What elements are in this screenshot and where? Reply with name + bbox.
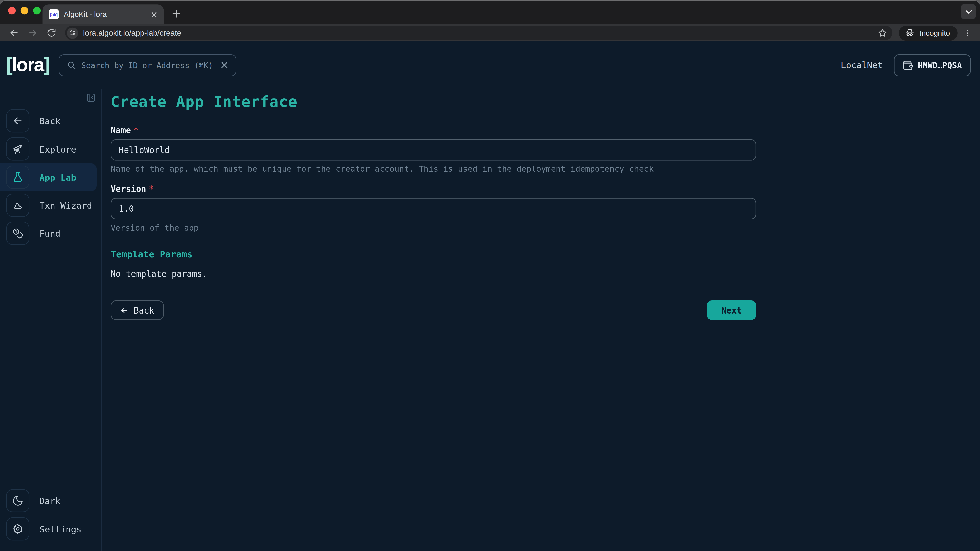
arrow-left-icon: [6, 110, 29, 133]
version-field: Version* Version of the app: [110, 184, 756, 232]
wizard-hat-icon: [6, 194, 29, 217]
sidebar-item-label: Txn Wizard: [39, 200, 92, 210]
incognito-label: Incognito: [920, 28, 950, 37]
flask-icon: [6, 165, 29, 189]
name-label: Name*: [110, 125, 756, 135]
sidebar-item-app-lab[interactable]: App Lab: [0, 163, 97, 191]
sidebar-item-label: App Lab: [39, 172, 76, 182]
search-icon: [67, 60, 76, 70]
name-input[interactable]: [110, 139, 756, 160]
wallet-button[interactable]: HMWD…PQSA: [894, 54, 970, 76]
sidebar-item-label: Explore: [39, 144, 76, 154]
wallet-icon: [902, 60, 913, 70]
fullscreen-window-button[interactable]: [33, 7, 41, 14]
moon-icon: [6, 489, 29, 513]
required-asterisk: *: [149, 184, 154, 194]
template-params-heading: Template Params: [110, 249, 756, 259]
gear-icon: [6, 517, 29, 540]
next-button-label: Next: [721, 305, 742, 315]
coins-icon: [6, 222, 29, 245]
sidebar-bottom: Dark Settings: [0, 487, 101, 551]
sidebar-item-label: Back: [39, 116, 60, 126]
global-search[interactable]: [59, 54, 236, 76]
sidebar-item-explore[interactable]: Explore: [0, 135, 101, 163]
sidebar-item-txn-wizard[interactable]: Txn Wizard: [0, 191, 101, 219]
sidebar-spacer: [0, 248, 101, 487]
sidebar-item-back[interactable]: Back: [0, 107, 101, 135]
sidebar-item-fund[interactable]: Fund: [0, 219, 101, 248]
url-text[interactable]: lora.algokit.io/app-lab/create: [83, 28, 873, 37]
screen: [ak] AlgoKit - lora: [0, 0, 980, 551]
network-label[interactable]: LocalNet: [841, 60, 883, 70]
window-controls: [8, 7, 41, 14]
address-bar[interactable]: lora.algokit.io/app-lab/create: [65, 25, 893, 40]
tab-search-button[interactable]: [961, 4, 976, 19]
close-window-button[interactable]: [8, 7, 16, 14]
lora-logo[interactable]: [lora]: [6, 54, 49, 76]
required-asterisk: *: [134, 125, 138, 135]
back-button-label: Back: [134, 305, 154, 315]
sidebar-collapse-icon[interactable]: [85, 92, 96, 103]
site-settings-icon[interactable]: [67, 27, 78, 38]
name-field: Name* Name of the app, which must be uni…: [110, 125, 756, 174]
version-input[interactable]: [110, 198, 756, 219]
browser-tab[interactable]: [ak] AlgoKit - lora: [43, 4, 164, 24]
search-clear-icon[interactable]: [221, 61, 228, 68]
minimize-window-button[interactable]: [21, 7, 28, 14]
back-nav-icon[interactable]: [6, 25, 21, 40]
sidebar-item-label: Settings: [39, 524, 81, 534]
template-params-empty: No template params.: [110, 268, 756, 279]
page-title: Create App Interface: [110, 93, 980, 111]
reload-icon[interactable]: [44, 25, 59, 40]
app-body: Back Explore App Lab: [0, 89, 980, 551]
sidebar-item-theme-dark[interactable]: Dark: [0, 487, 101, 515]
bookmark-star-icon[interactable]: [878, 28, 888, 38]
new-tab-button[interactable]: [167, 5, 185, 23]
logo-bracket: ]: [44, 54, 49, 75]
incognito-icon: [904, 27, 915, 38]
version-help-text: Version of the app: [110, 223, 756, 232]
incognito-badge: Incognito: [899, 25, 957, 40]
sidebar: Back Explore App Lab: [0, 89, 102, 551]
browser-window: [ak] AlgoKit - lora: [0, 0, 980, 551]
sidebar-item-settings[interactable]: Settings: [0, 515, 101, 543]
tab-close-icon[interactable]: [149, 10, 159, 19]
search-input[interactable]: [81, 60, 216, 70]
browser-toolbar: lora.algokit.io/app-lab/create Incognito: [0, 24, 980, 41]
logo-bracket: [: [6, 54, 12, 75]
next-button[interactable]: Next: [707, 300, 756, 320]
tab-strip: [ak] AlgoKit - lora: [0, 0, 980, 24]
create-app-form: Name* Name of the app, which must be uni…: [110, 125, 756, 320]
telescope-icon: [6, 138, 29, 161]
arrow-left-icon: [120, 306, 129, 314]
forward-nav-icon[interactable]: [25, 25, 40, 40]
sidebar-item-label: Fund: [39, 228, 60, 238]
sidebar-item-label: Dark: [39, 495, 60, 506]
back-button[interactable]: Back: [110, 300, 163, 320]
lora-app: [lora] LocalNet HMWD…PQSA: [0, 41, 980, 551]
wallet-address: HMWD…PQSA: [918, 60, 962, 70]
tab-title: AlgoKit - lora: [64, 10, 144, 19]
version-label: Version*: [110, 184, 756, 194]
form-actions: Back Next: [110, 300, 756, 320]
main-content: Create App Interface Name* Name of the a…: [102, 89, 980, 551]
name-help-text: Name of the app, which must be unique fo…: [110, 164, 756, 174]
tab-favicon: [ak]: [49, 10, 59, 19]
app-header: [lora] LocalNet HMWD…PQSA: [0, 41, 980, 89]
browser-menu-icon[interactable]: [961, 27, 974, 39]
logo-word: lora: [12, 54, 44, 75]
